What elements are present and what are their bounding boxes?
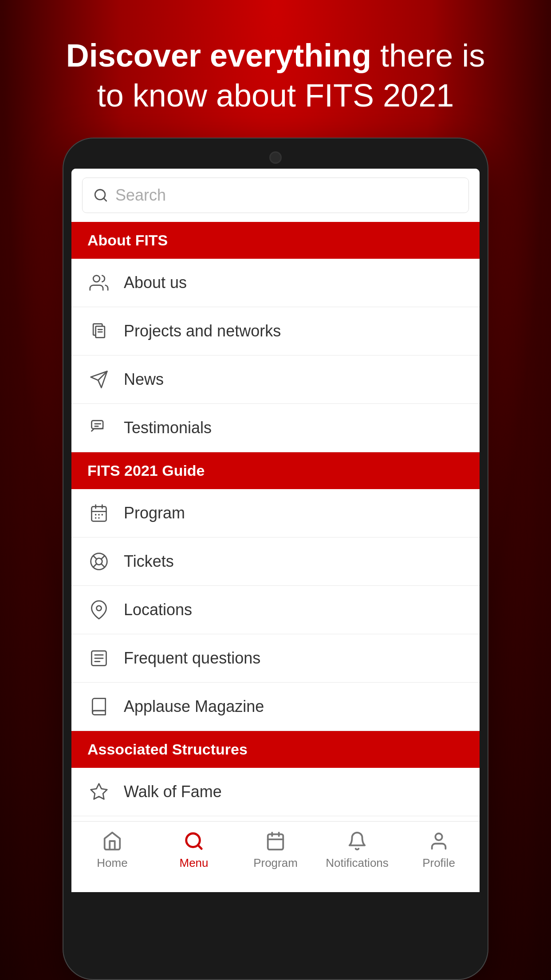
nav-program-label: Program: [253, 856, 298, 870]
search-icon: [93, 188, 108, 203]
svg-rect-9: [92, 421, 103, 429]
tickets-label: Tickets: [124, 552, 174, 571]
svg-line-23: [93, 556, 97, 559]
nav-menu-label: Menu: [179, 856, 208, 870]
program-label: Program: [124, 504, 185, 522]
menu-item-frequent-questions[interactable]: Frequent questions: [71, 634, 480, 683]
location-icon: [87, 598, 110, 621]
nav-profile-label: Profile: [422, 856, 455, 870]
search-bar[interactable]: Search: [82, 178, 469, 213]
send-icon: [87, 368, 110, 391]
svg-line-35: [198, 845, 201, 849]
menu-content: About FITS About us: [71, 222, 480, 821]
hero-section: Discover everything there is to know abo…: [39, 0, 512, 138]
phone-frame: Search About FITS About us: [63, 138, 488, 980]
section-header-fits-guide: FITS 2021 Guide: [71, 452, 480, 489]
news-label: News: [124, 370, 164, 389]
section-header-associated: Associated Structures: [71, 731, 480, 768]
nav-profile[interactable]: Profile: [398, 830, 480, 870]
locations-label: Locations: [124, 601, 192, 619]
bottom-navigation: Home Menu: [71, 821, 480, 892]
svg-line-26: [93, 564, 97, 567]
phone-notch: [71, 146, 480, 169]
documents-icon: [87, 320, 110, 343]
nav-notifications-label: Notifications: [326, 856, 389, 870]
star-icon: [87, 780, 110, 803]
nav-home[interactable]: Home: [71, 830, 153, 870]
menu-item-about-us[interactable]: About us: [71, 259, 480, 307]
menu-item-testimonials[interactable]: Testimonials: [71, 404, 480, 452]
hero-rest: there is: [371, 38, 485, 73]
phone-screen: Search About FITS About us: [71, 169, 480, 892]
projects-networks-label: Projects and networks: [124, 322, 281, 340]
menu-item-tickets[interactable]: Tickets: [71, 537, 480, 586]
svg-point-40: [435, 834, 442, 840]
svg-point-2: [93, 276, 100, 282]
nav-menu[interactable]: Menu: [153, 830, 235, 870]
phone-camera: [269, 151, 282, 164]
svg-point-27: [97, 606, 102, 611]
about-us-label: About us: [124, 273, 187, 292]
search-placeholder-text: Search: [115, 186, 166, 205]
svg-line-24: [101, 564, 105, 567]
svg-rect-36: [268, 834, 283, 850]
home-icon: [101, 830, 124, 853]
menu-icon: [182, 830, 205, 853]
faq-icon: [87, 647, 110, 670]
menu-item-projects-networks[interactable]: Projects and networks: [71, 307, 480, 356]
hero-line2: to know about FITS 2021: [97, 78, 454, 113]
bell-icon: [346, 830, 369, 853]
nav-notifications[interactable]: Notifications: [316, 830, 398, 870]
chat-icon: [87, 416, 110, 439]
svg-marker-33: [91, 784, 107, 799]
calendar-icon: [87, 502, 110, 525]
menu-item-walk-of-fame[interactable]: Walk of Fame: [71, 768, 480, 816]
menu-item-applause-magazine[interactable]: Applause Magazine: [71, 683, 480, 731]
ticket-icon: [87, 550, 110, 573]
menu-item-news[interactable]: News: [71, 356, 480, 404]
frequent-questions-label: Frequent questions: [124, 649, 260, 668]
section-header-about-fits: About FITS: [71, 222, 480, 259]
svg-line-25: [101, 556, 105, 559]
applause-magazine-label: Applause Magazine: [124, 697, 264, 716]
search-container: Search: [71, 169, 480, 222]
svg-line-1: [104, 198, 106, 201]
menu-item-locations[interactable]: Locations: [71, 586, 480, 634]
menu-item-program[interactable]: Program: [71, 489, 480, 537]
person-icon: [427, 830, 450, 853]
walk-of-fame-label: Walk of Fame: [124, 782, 222, 801]
nav-home-label: Home: [97, 856, 127, 870]
hero-bold: Discover everything: [66, 38, 371, 73]
people-icon: [87, 271, 110, 294]
nav-program[interactable]: Program: [235, 830, 316, 870]
calendar-nav-icon: [264, 830, 287, 853]
book-icon: [87, 695, 110, 718]
testimonials-label: Testimonials: [124, 419, 212, 437]
